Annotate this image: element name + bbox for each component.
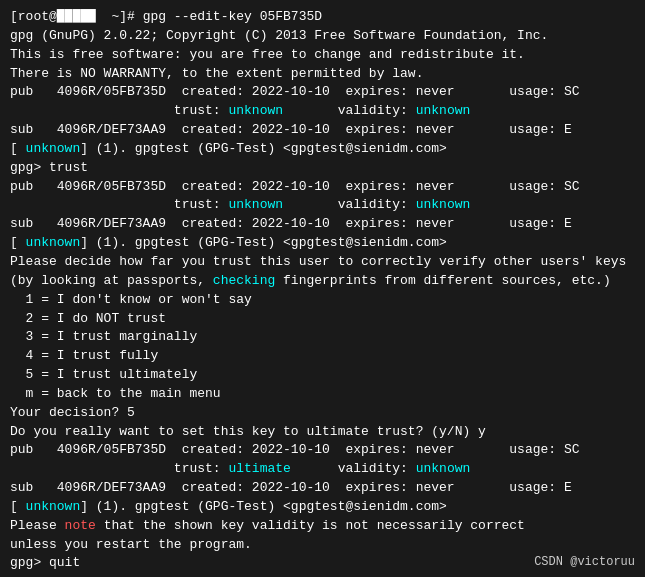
terminal-line-cmd: [root@█████ ~]# gpg --edit-key 05FB735D	[10, 8, 635, 27]
terminal-line-opt4: 4 = I trust fully	[10, 347, 635, 366]
terminal-line-confirm: Do you really want to set this key to ul…	[10, 423, 635, 442]
terminal-line-opt5: 5 = I trust ultimately	[10, 366, 635, 385]
terminal-line-pub3: pub 4096R/05FB735D created: 2022-10-10 e…	[10, 441, 635, 460]
terminal-line-opt2: 2 = I do NOT trust	[10, 310, 635, 329]
terminal-line-uid3: [ unknown] (1). gpgtest (GPG-Test) <gpgt…	[10, 498, 635, 517]
terminal-line-gpg-version: gpg (GnuPG) 2.0.22; Copyright (C) 2013 F…	[10, 27, 635, 46]
terminal-line-sub3: sub 4096R/DEF73AA9 created: 2022-10-10 e…	[10, 479, 635, 498]
terminal-line-sub2: sub 4096R/DEF73AA9 created: 2022-10-10 e…	[10, 215, 635, 234]
terminal-line-decide1: Please decide how far you trust this use…	[10, 253, 635, 272]
terminal-line-gpg-trust-cmd: gpg> trust	[10, 159, 635, 178]
terminal-line-warranty: There is NO WARRANTY, to the extent perm…	[10, 65, 635, 84]
terminal-line-decision: Your decision? 5	[10, 404, 635, 423]
watermark: CSDN @victoruu	[534, 555, 635, 569]
terminal-window: [root@█████ ~]# gpg --edit-key 05FB735Dg…	[0, 0, 645, 577]
terminal-line-opt3: 3 = I trust marginally	[10, 328, 635, 347]
terminal-line-trust3: trust: ultimate validity: unknown	[10, 460, 635, 479]
terminal-line-trust2: trust: unknown validity: unknown	[10, 196, 635, 215]
terminal-line-note1: Please note that the shown key validity …	[10, 517, 635, 536]
terminal-line-uid2: [ unknown] (1). gpgtest (GPG-Test) <gpgt…	[10, 234, 635, 253]
terminal-line-decide2: (by looking at passports, checking finge…	[10, 272, 635, 291]
terminal-line-sub1: sub 4096R/DEF73AA9 created: 2022-10-10 e…	[10, 121, 635, 140]
terminal-line-opt1: 1 = I don't know or won't say	[10, 291, 635, 310]
terminal-line-free-software: This is free software: you are free to c…	[10, 46, 635, 65]
terminal-line-pub2: pub 4096R/05FB735D created: 2022-10-10 e…	[10, 178, 635, 197]
terminal-line-pub1: pub 4096R/05FB735D created: 2022-10-10 e…	[10, 83, 635, 102]
terminal-line-optm: m = back to the main menu	[10, 385, 635, 404]
terminal-line-trust1: trust: unknown validity: unknown	[10, 102, 635, 121]
terminal-line-uid1: [ unknown] (1). gpgtest (GPG-Test) <gpgt…	[10, 140, 635, 159]
terminal-line-note2: unless you restart the program.	[10, 536, 635, 555]
terminal-content: [root@█████ ~]# gpg --edit-key 05FB735Dg…	[10, 8, 635, 573]
